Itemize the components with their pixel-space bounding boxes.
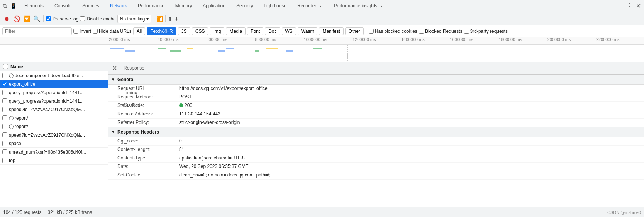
- detail-label: Date:: [117, 164, 179, 169]
- tab-performance[interactable]: Performance: [132, 0, 170, 12]
- request-item[interactable]: top: [0, 156, 108, 165]
- detail-label: Content-Length:: [117, 147, 179, 152]
- request-checkbox[interactable]: [2, 98, 7, 103]
- filter-font-btn[interactable]: Font: [247, 27, 263, 35]
- request-list-panel: Name ◯docs-component-download.92e...expo…: [0, 62, 108, 207]
- detail-value: https://docs.qq.com/v1/export/export_off…: [179, 86, 641, 91]
- tab-security[interactable]: Security: [231, 0, 258, 12]
- dock-icon[interactable]: ⧉: [2, 3, 8, 10]
- general-row: Remote Address:111.30.144.154:443: [108, 110, 644, 119]
- filter-img-btn[interactable]: Img: [210, 27, 224, 35]
- request-icon: ◯: [9, 124, 14, 129]
- timeline-mark: 1600000 ms: [449, 37, 498, 42]
- tab-bar-right: ⋮ ✕: [624, 0, 644, 12]
- request-name: docs-component-download.92e...: [15, 73, 83, 78]
- request-checkbox[interactable]: [2, 90, 7, 95]
- request-item[interactable]: export_office: [0, 80, 108, 88]
- request-name: top: [9, 158, 15, 163]
- blocked-requests-checkbox[interactable]: Blocked Requests: [419, 29, 463, 34]
- third-party-checkbox[interactable]: 3rd-party requests: [464, 29, 508, 34]
- close-icon[interactable]: ✕: [636, 2, 641, 10]
- request-item[interactable]: speed?id=ZvszvAcZ0917CNXdQi&...: [0, 131, 108, 139]
- response-headers-section-header[interactable]: ▼ Response Headers: [108, 127, 644, 137]
- filter-input[interactable]: [2, 27, 72, 35]
- detail-tab-response[interactable]: Response: [119, 62, 149, 75]
- timeline-ruler: 200000 ms400000 ms600000 ms800000 ms1000…: [0, 37, 644, 45]
- tab-performance-insights[interactable]: Performance insights ⌥: [329, 0, 390, 12]
- request-item[interactable]: space: [0, 139, 108, 148]
- request-checkbox[interactable]: [2, 132, 7, 137]
- clear-button[interactable]: 🚫: [12, 15, 21, 23]
- request-checkbox[interactable]: [2, 158, 7, 163]
- detail-label: Set-Cookie:: [117, 172, 179, 178]
- filter-css-btn[interactable]: CSS: [192, 27, 208, 35]
- filter-ws-btn[interactable]: WS: [282, 27, 296, 35]
- has-blocked-cookies-checkbox[interactable]: Has blocked cookies: [369, 29, 417, 34]
- filter-wasm-btn[interactable]: Wasm: [298, 27, 318, 35]
- import-icon[interactable]: ⬆: [168, 16, 173, 22]
- filter-doc-btn[interactable]: Doc: [265, 27, 280, 35]
- filter-media-btn[interactable]: Media: [226, 27, 246, 35]
- timeline-svg: [108, 45, 644, 62]
- request-count: 104 / 125 requests: [3, 210, 41, 215]
- request-item[interactable]: query_progress?operationId=1441...: [0, 88, 108, 97]
- tab-console[interactable]: Console: [49, 0, 77, 12]
- request-checkbox[interactable]: [2, 124, 7, 129]
- device-icon[interactable]: 📱: [10, 3, 17, 10]
- request-icon: ◯: [9, 73, 14, 78]
- general-section-header[interactable]: ▼ General: [108, 75, 644, 85]
- request-checkbox[interactable]: [2, 141, 7, 146]
- request-item[interactable]: ◯report/: [0, 114, 108, 122]
- svg-rect-5: [218, 50, 225, 52]
- tab-memory[interactable]: Memory: [170, 0, 197, 12]
- wifi-icon[interactable]: 📶: [156, 16, 163, 22]
- filter-manifest-btn[interactable]: Manifest: [319, 27, 343, 35]
- filter-all-btn[interactable]: All: [133, 27, 145, 35]
- tab-elements[interactable]: Elements: [19, 0, 49, 12]
- request-checkbox[interactable]: [2, 107, 7, 112]
- detail-close-button[interactable]: ✕: [110, 64, 119, 73]
- record-button[interactable]: ⏺: [2, 15, 11, 23]
- request-checkbox[interactable]: [2, 115, 7, 120]
- separator-1: [43, 15, 44, 22]
- tab-sources[interactable]: Sources: [77, 0, 105, 12]
- request-checkbox[interactable]: [2, 149, 7, 154]
- export-icon[interactable]: ⬇: [174, 16, 179, 22]
- invert-checkbox[interactable]: Invert: [73, 29, 91, 34]
- devtools-icons: ⧉ 📱: [0, 0, 19, 12]
- response-header-row: Date:Wed, 20 Sep 2023 06:35:37 GMT: [108, 163, 644, 171]
- filter-button[interactable]: 🔽: [22, 15, 31, 23]
- filter-fetch-xhr-btn[interactable]: Fetch/XHR: [147, 27, 176, 35]
- request-name: query_progress?operationId=1441...: [9, 90, 84, 95]
- request-item[interactable]: unread_num?xsrf=68c435e806d40f...: [0, 148, 108, 156]
- timeline-mark: 400000 ms: [157, 37, 205, 42]
- filter-other-btn[interactable]: Other: [345, 27, 364, 35]
- preserve-log-checkbox[interactable]: Preserve log: [46, 16, 78, 22]
- request-checkbox[interactable]: [2, 73, 7, 78]
- request-item[interactable]: ◯report/: [0, 122, 108, 131]
- filter-js-btn[interactable]: JS: [178, 27, 190, 35]
- tab-lighthouse[interactable]: Lighthouse: [258, 0, 292, 12]
- general-row: Referrer Policy:strict-origin-when-cross…: [108, 119, 644, 127]
- request-item[interactable]: query_progress?operationId=1441...: [0, 97, 108, 105]
- detail-value: 0: [179, 138, 641, 144]
- select-all-checkbox[interactable]: [3, 64, 8, 69]
- svg-rect-3: [170, 50, 181, 52]
- request-item[interactable]: ◯docs-component-download.92e...: [0, 71, 108, 80]
- settings-icon[interactable]: ⋮: [627, 2, 633, 10]
- tab-network[interactable]: Network: [105, 0, 132, 12]
- response-header-rows: Cgi_code:0Content-Length:81Content-Type:…: [108, 137, 644, 180]
- detail-value: 81: [179, 147, 641, 152]
- svg-rect-6: [226, 48, 234, 49]
- detail-value: Wed, 20 Sep 2023 06:35:37 GMT: [179, 164, 641, 169]
- throttle-dropdown[interactable]: No throttling ▾: [117, 15, 152, 23]
- disable-cache-checkbox[interactable]: Disable cache: [80, 16, 115, 22]
- hide-data-urls-checkbox[interactable]: Hide data URLs: [93, 29, 132, 34]
- request-item[interactable]: speed?id=ZvszvAcZ0917CNXdQi&...: [0, 105, 108, 114]
- tab-application[interactable]: Application: [197, 0, 231, 12]
- detail-label: Content-Type:: [117, 155, 179, 161]
- search-button[interactable]: 🔍: [32, 15, 41, 23]
- tab-recorder[interactable]: Recorder ⌥: [292, 0, 329, 12]
- timeline-area: 200000 ms400000 ms600000 ms800000 ms1000…: [0, 37, 644, 62]
- request-checkbox[interactable]: [2, 81, 7, 86]
